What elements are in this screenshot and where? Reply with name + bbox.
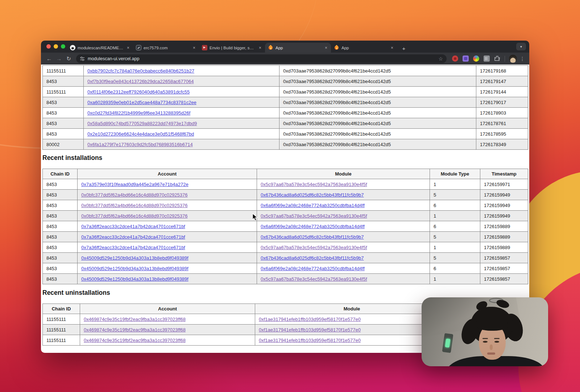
type-cell: 6 bbox=[430, 263, 480, 274]
site-settings-icon[interactable] bbox=[80, 56, 85, 61]
close-icon[interactable]: × bbox=[390, 45, 394, 50]
timestamp-cell: 1726179168 bbox=[476, 66, 528, 76]
extension-rainbow-icon[interactable] bbox=[473, 55, 479, 62]
module-link[interactable]: 0x6a6f069e2a08c2468e7724ab3250cdbfba14d4… bbox=[261, 224, 365, 229]
menu-kebab-icon[interactable]: ⋮ bbox=[519, 56, 526, 62]
chain-cell: 11155111 bbox=[43, 87, 84, 97]
tab-envio[interactable]: Envio | Build bigger, ship fast × bbox=[199, 43, 265, 53]
timestamp-cell: 1726159971 bbox=[480, 179, 528, 190]
module-cell: 0xf1ae317941efeb1ffb103d959ef58170f1e577… bbox=[255, 325, 449, 335]
bookmark-star-icon[interactable]: ☆ bbox=[438, 56, 443, 62]
account-link[interactable]: 0x0bfc377dd5f62a4bd66e16c4d88d970c029253… bbox=[81, 203, 188, 208]
close-icon[interactable]: × bbox=[324, 45, 328, 50]
account-link[interactable]: 0x0bfc377dd5f62a4bd66e16c4d88d970c029253… bbox=[81, 192, 188, 198]
reload-button[interactable]: ↻ bbox=[64, 54, 73, 63]
chain-cell: 80002 bbox=[43, 139, 84, 150]
account-cell: 0xf7b30f9ea0e843c413726b29dca22658ac6770… bbox=[84, 76, 279, 87]
table-row: 84530x2e10d272306e6624c4e4dace3e0d51f546… bbox=[43, 129, 528, 139]
account-link[interactable]: 0xbb7902cfc7c784a076e0cbabecc6e840b6251b… bbox=[87, 68, 194, 74]
tab-github-readme[interactable]: modulescan/README.md at × bbox=[67, 43, 133, 53]
tab-title: erc7579.com bbox=[144, 46, 190, 50]
chain-cell: 8453 bbox=[43, 221, 78, 232]
account-link[interactable]: 0x58a5d890c74bd5770529a88223dd74973e17db… bbox=[87, 121, 197, 126]
type-cell: 6 bbox=[430, 221, 480, 232]
account-link[interactable]: 0x7a3579e03f10feaad0d9a445e2a967e71b4a27… bbox=[81, 182, 188, 187]
account-link[interactable]: 0x469874c9e35c19fbf2eac9fba3a1cc397023ff… bbox=[84, 338, 186, 343]
account-link[interactable]: 0x45009d529e1250b9d34a303a13b8ebd9f04938… bbox=[81, 276, 188, 282]
account-cell: 0x7a3579e03f10feaad0d9a445e2a967e71b4a27… bbox=[78, 179, 257, 190]
account-cell: 0xa60289359e0eb01e2d5cae448a7734c83781c2… bbox=[84, 97, 279, 108]
account-link[interactable]: 0x7a36ff2eacc33c2dce41a7b42dca4701cce671… bbox=[81, 234, 185, 240]
module-link[interactable]: 0x5c97aa67ba578e3c54ec5942a7563ea9130e4f… bbox=[261, 182, 367, 187]
tab-app[interactable]: App × bbox=[331, 43, 397, 53]
account-link[interactable]: 0xf7b30f9ea0e843c413726b29dca22658ac6770… bbox=[87, 79, 194, 84]
module-link[interactable]: 0xf1ae317941efeb1ffb103d959ef58170f1e577… bbox=[259, 327, 361, 333]
timestamp-cell: 1726178349 bbox=[476, 139, 528, 150]
column-header: Module bbox=[257, 169, 430, 179]
account-link[interactable]: 0xf0114f06e2312eeff7926040d640a53891dcfc… bbox=[87, 89, 190, 95]
extension-purple-icon[interactable] bbox=[463, 55, 469, 62]
module-link[interactable]: 0x5c97aa67ba578e3c54ec5942a7563ea9130e4f… bbox=[261, 276, 367, 282]
extensions-puzzle-icon[interactable] bbox=[494, 55, 500, 62]
module-cell: 0xd703aae79538628d27099b8c4f621be4ccd142… bbox=[279, 118, 476, 129]
chain-cell: 8453 bbox=[43, 190, 78, 200]
chain-cell: 8453 bbox=[43, 232, 78, 242]
account-link[interactable]: 0xc0d27fd34f822f1b4999e9f6ee3413288395d2… bbox=[87, 110, 190, 116]
chain-cell: 8453 bbox=[43, 118, 84, 129]
flame-icon bbox=[334, 45, 339, 50]
account-link[interactable]: 0x469874c9e35c19fbf2eac9fba3a1cc397023ff… bbox=[84, 327, 186, 333]
module-link[interactable]: 0x5c97aa67ba578e3c54ec5942a7563ea9130e4f… bbox=[261, 213, 367, 219]
column-header: Module bbox=[255, 304, 449, 314]
account-cell: 0x469874c9e35c19fbf2eac9fba3a1cc397023ff… bbox=[80, 325, 255, 335]
envio-icon bbox=[202, 45, 207, 50]
person-nose bbox=[490, 344, 493, 350]
close-window-button[interactable] bbox=[46, 44, 51, 49]
module-cell: 0xd703aae79538628d27099b8c4f621be4ccd142… bbox=[279, 97, 476, 108]
module-link[interactable]: 0x67b436cad8a6d025df6c82c5bb43fbf11fc5b9… bbox=[261, 192, 364, 198]
account-link[interactable]: 0x0bfc377dd5f62a4bd66e16c4d88d970c029253… bbox=[81, 213, 188, 219]
account-link[interactable]: 0x7a36ff2eacc33c2dce41a7b42dca4701cce671… bbox=[81, 224, 185, 229]
address-bar[interactable]: modulescan-ui.vercel.app ☆ bbox=[76, 54, 447, 63]
back-button[interactable]: ← bbox=[45, 54, 54, 63]
tool-icon bbox=[136, 45, 141, 50]
module-link[interactable]: 0x6a6f069e2a08c2468e7724ab3250cdbfba14d4… bbox=[261, 266, 365, 271]
new-tab-button[interactable]: + bbox=[399, 44, 409, 53]
module-link[interactable]: 0x67b436cad8a6d025df6c82c5bb43fbf11fc5b9… bbox=[261, 255, 364, 261]
tab-search-chevron-icon[interactable]: ▾ bbox=[516, 43, 526, 50]
module-link[interactable]: 0xf1ae317941efeb1ffb103d959ef58170f1e577… bbox=[259, 338, 361, 343]
module-link[interactable]: 0x6a6f069e2a08c2468e7724ab3250cdbfba14d4… bbox=[261, 203, 365, 208]
module-link[interactable]: 0x5c97aa67ba578e3c54ec5942a7563ea9130e4f… bbox=[261, 245, 367, 250]
account-link[interactable]: 0x45009d529e1250b9d34a303a13b8ebd9f04938… bbox=[81, 255, 188, 261]
account-cell: 0xf0114f06e2312eeff7926040d640a53891dcfc… bbox=[84, 87, 279, 97]
module-cell: 0x6a6f069e2a08c2468e7724ab3250cdbfba14d4… bbox=[257, 200, 430, 211]
account-link[interactable]: 0x6fa1a279f7e177603c9d2fc5bd768983516b67… bbox=[87, 142, 193, 147]
tab-title: modulescan/README.md at bbox=[78, 46, 124, 50]
account-link[interactable]: 0xa60289359e0eb01e2d5cae448a7734c83781c2… bbox=[87, 100, 196, 105]
module-cell: 0x6a6f069e2a08c2468e7724ab3250cdbfba14d4… bbox=[257, 221, 430, 232]
account-link[interactable]: 0x45009d529e1250b9d34a303a13b8ebd9f04938… bbox=[81, 266, 188, 271]
forward-button[interactable]: → bbox=[54, 54, 63, 63]
zoom-window-button[interactable] bbox=[61, 44, 65, 49]
account-link[interactable]: 0x469874c9e35c19fbf2eac9fba3a1cc397023ff… bbox=[84, 317, 186, 322]
minimize-window-button[interactable] bbox=[54, 44, 58, 49]
type-cell: 1 bbox=[430, 274, 480, 284]
timestamp-cell: 1726179144 bbox=[476, 87, 528, 97]
traffic-lights bbox=[46, 44, 65, 49]
chain-cell: 11155111 bbox=[43, 325, 80, 335]
module-link[interactable]: 0xf1ae317941efeb1ffb103d959ef58170f1e577… bbox=[259, 317, 361, 322]
module-link[interactable]: 0x67b436cad8a6d025df6c82c5bb43fbf11fc5b9… bbox=[261, 234, 364, 240]
extension-red-icon[interactable] bbox=[452, 55, 458, 62]
tab-erc7579[interactable]: erc7579.com × bbox=[133, 43, 199, 53]
account-cell: 0x469874c9e35c19fbf2eac9fba3a1cc397023ff… bbox=[80, 314, 255, 325]
account-link[interactable]: 0x2e10d272306e6624c4e4dace3e0d51f5468f67… bbox=[87, 131, 194, 137]
uninstallations-table: Chain ID Account Module 111551110x469874… bbox=[42, 304, 449, 346]
close-icon[interactable]: × bbox=[258, 45, 262, 50]
account-link[interactable]: 0x7a36ff2eacc33c2dce41a7b42dca4701cce671… bbox=[81, 245, 185, 250]
extension-gray-icon[interactable] bbox=[484, 55, 490, 62]
table-row: 111551110x469874c9e35c19fbf2eac9fba3a1cc… bbox=[43, 335, 449, 346]
profile-avatar[interactable] bbox=[509, 55, 517, 63]
close-icon[interactable]: × bbox=[126, 45, 130, 50]
tab-app-active[interactable]: App × bbox=[265, 43, 331, 53]
installations-table: Chain ID Account Module Module Type Time… bbox=[42, 169, 528, 284]
close-icon[interactable]: × bbox=[192, 45, 196, 50]
